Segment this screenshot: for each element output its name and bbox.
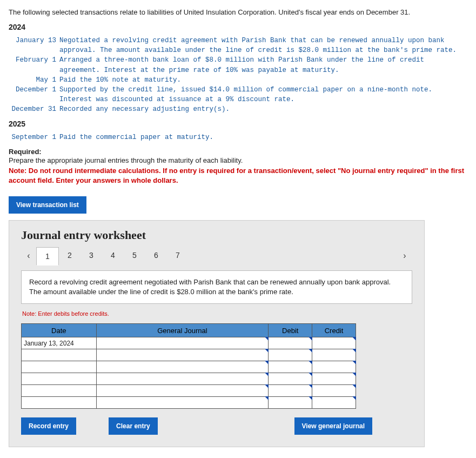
transactions-2025: September 1Paid the commercial paper at … [9,132,467,142]
intro-text: The following selected transactions rela… [9,8,467,17]
transaction-row: February 1Arranged a three-month bank lo… [9,55,467,75]
col-debit: Debit [269,324,312,337]
table-row [22,361,356,373]
date-cell[interactable] [22,361,97,373]
tab-5[interactable]: 5 [124,247,145,264]
worksheet-title: Journal entry worksheet [21,228,412,242]
record-entry-button[interactable]: Record entry [21,417,76,435]
required-text: Prepare the appropriate journal entries … [9,156,467,165]
account-cell[interactable] [96,397,269,409]
dropdown-indicator-icon [352,337,356,341]
date-cell[interactable] [22,349,97,361]
transaction-row: September 1Paid the commercial paper at … [9,132,467,142]
table-row [22,349,356,361]
credit-cell[interactable] [312,385,356,397]
debit-cell[interactable] [269,361,312,373]
dropdown-indicator-icon [352,361,356,364]
transaction-date: September 1 [9,132,59,142]
chevron-left-icon[interactable]: ‹ [21,251,36,261]
tab-7[interactable]: 7 [167,247,189,264]
tab-4[interactable]: 4 [102,247,124,264]
transaction-desc: Recorded any necessary adjusting entry(s… [59,104,467,114]
date-cell[interactable] [22,385,97,397]
journal-entry-worksheet-panel: Journal entry worksheet ‹ 1234567 › Reco… [9,220,425,447]
col-general-journal: General Journal [96,324,269,337]
view-transaction-list-button[interactable]: View transaction list [9,196,86,214]
year-header-2024: 2024 [9,23,467,31]
table-row [22,373,356,385]
dropdown-indicator-icon [352,396,356,400]
account-cell[interactable] [96,337,269,349]
transaction-desc: Negotiated a revolving credit agreement … [59,36,467,55]
account-cell[interactable] [96,373,269,385]
account-cell[interactable] [96,349,269,361]
table-row: January 13, 2024 [22,337,356,349]
clear-entry-button[interactable]: Clear entry [109,417,158,435]
view-general-journal-button[interactable]: View general journal [294,417,372,435]
transactions-2024: January 13Negotiated a revolving credit … [9,36,467,114]
tab-2[interactable]: 2 [59,247,81,264]
account-cell[interactable] [96,361,269,373]
dropdown-indicator-icon [352,384,356,388]
col-date: Date [22,324,97,337]
date-cell[interactable]: January 13, 2024 [22,337,97,349]
debit-cell[interactable] [269,337,312,349]
table-row [22,397,356,409]
transaction-row: December 1Supported by the credit line, … [9,85,467,104]
transaction-date: December 31 [9,104,59,114]
credit-cell[interactable] [312,337,356,349]
journal-entry-table: Date General Journal Debit Credit Januar… [21,323,356,409]
required-header: Required: [9,148,467,156]
debit-cell[interactable] [269,349,312,361]
debit-cell[interactable] [269,373,312,385]
table-row [22,385,356,397]
table-header-row: Date General Journal Debit Credit [22,324,356,337]
transaction-row: May 1Paid the 10% note at maturity. [9,75,467,85]
transaction-desc: Paid the commercial paper at maturity. [59,132,467,142]
credit-cell[interactable] [312,397,356,409]
transaction-desc: Paid the 10% note at maturity. [59,75,467,85]
dropdown-indicator-icon [352,373,356,376]
debit-cell[interactable] [269,397,312,409]
dropdown-indicator-icon [352,349,356,353]
transaction-desc: Arranged a three-month bank loan of $8.0… [59,55,467,75]
entry-description: Record a revolving credit agreement nego… [21,270,412,304]
credit-cell[interactable] [312,373,356,385]
required-note: Note: Do not round intermediate calculat… [9,166,467,185]
transaction-row: December 31Recorded any necessary adjust… [9,104,467,114]
date-cell[interactable] [22,397,97,409]
transaction-date: December 1 [9,85,59,95]
debit-cell[interactable] [269,385,312,397]
transaction-desc: Supported by the credit line, issued $14… [59,85,467,104]
tab-3[interactable]: 3 [81,247,102,264]
date-cell[interactable] [22,373,97,385]
year-header-2025: 2025 [9,120,467,128]
transaction-row: January 13Negotiated a revolving credit … [9,36,467,55]
debits-before-credits-note: Note: Enter debits before credits. [22,310,412,317]
account-cell[interactable] [96,385,269,397]
chevron-right-icon[interactable]: › [397,251,412,261]
credit-cell[interactable] [312,349,356,361]
col-credit: Credit [312,324,356,337]
transaction-date: January 13 [9,36,59,45]
tabs-row: ‹ 1234567 › [21,247,412,265]
tab-6[interactable]: 6 [145,247,167,264]
transaction-date: February 1 [9,55,59,65]
transaction-date: May 1 [9,75,59,85]
tab-1[interactable]: 1 [36,247,59,265]
credit-cell[interactable] [312,361,356,373]
